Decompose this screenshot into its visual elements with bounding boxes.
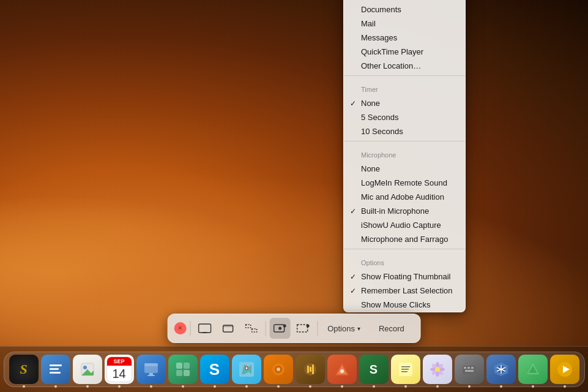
menu-item-mic-adobe[interactable]: Mic and Adobe Audition bbox=[344, 190, 465, 204]
menu-item-farrago[interactable]: Microphone and Farrago bbox=[344, 232, 465, 246]
capture-screen-icon bbox=[198, 323, 211, 333]
omni-icon bbox=[47, 361, 64, 378]
menu-item-timer-none[interactable]: None bbox=[344, 96, 465, 110]
menu-item-quicktime[interactable]: QuickTime Player bbox=[344, 45, 465, 59]
record-selection-icon bbox=[296, 323, 310, 333]
slideshow-label: S bbox=[370, 363, 378, 377]
svg-rect-21 bbox=[147, 375, 155, 376]
svg-rect-57 bbox=[465, 370, 474, 372]
menu-item-messages[interactable]: Messages bbox=[344, 31, 465, 45]
menu-item-5-seconds[interactable]: 5 Seconds bbox=[344, 110, 465, 124]
options-button[interactable]: Options ▾ bbox=[321, 320, 367, 337]
dock-area: S SEP 14 bbox=[0, 346, 588, 392]
svg-rect-41 bbox=[401, 366, 410, 368]
screenshot-toolbar: ✕ bbox=[167, 314, 421, 343]
menu-separator-3 bbox=[344, 249, 465, 249]
dock-icon-flower[interactable] bbox=[423, 355, 452, 384]
dock-icon-slideshow[interactable]: S bbox=[359, 355, 389, 384]
dock-icon-paw[interactable] bbox=[518, 355, 548, 384]
dock-icon-pixelmator[interactable] bbox=[327, 355, 357, 384]
svg-rect-14 bbox=[50, 372, 61, 374]
skype-label: S bbox=[209, 360, 220, 379]
menu-section-options: Options bbox=[352, 255, 456, 268]
toolbar-separator-1 bbox=[190, 321, 190, 336]
record-button[interactable]: Record bbox=[369, 320, 414, 337]
options-dropdown-menu: Save to Desktop Documents Mail Messages … bbox=[343, 0, 466, 312]
pixelmator-icon bbox=[333, 361, 351, 378]
record-screen-icon bbox=[273, 323, 286, 333]
dock-icon-maps[interactable] bbox=[232, 355, 261, 384]
dock-icon-jam[interactable] bbox=[296, 355, 325, 384]
menu-item-show-mouse[interactable]: Show Mouse Clicks bbox=[344, 298, 465, 312]
capture-screen-button[interactable] bbox=[194, 318, 215, 339]
dock-icon-keynote[interactable] bbox=[136, 355, 166, 384]
svg-point-32 bbox=[277, 368, 280, 371]
maps-icon bbox=[238, 361, 255, 378]
menu-item-mic-none[interactable]: None bbox=[344, 162, 465, 176]
menu-item-remember-last[interactable]: Remember Last Selection bbox=[344, 284, 465, 298]
menu-item-ishowu[interactable]: iShowU Audio Capture bbox=[344, 218, 465, 232]
options-chevron-icon: ▾ bbox=[357, 325, 360, 332]
svg-rect-55 bbox=[467, 367, 470, 369]
menu-item-10-seconds[interactable]: 10 Seconds bbox=[344, 124, 465, 138]
svg-rect-10 bbox=[297, 325, 307, 332]
svg-rect-42 bbox=[401, 369, 409, 370]
svg-point-9 bbox=[283, 325, 286, 328]
capture-selection-button[interactable] bbox=[240, 318, 261, 339]
dock-icon-keyboard-maestro[interactable] bbox=[455, 355, 484, 384]
capture-selection-icon bbox=[244, 323, 258, 333]
svg-point-39 bbox=[340, 369, 344, 373]
menu-separator-1 bbox=[344, 75, 465, 76]
dock-icon-dev-tool[interactable] bbox=[486, 355, 516, 384]
dock-icon-notes[interactable] bbox=[391, 355, 420, 384]
svg-rect-43 bbox=[401, 371, 408, 372]
close-icon: ✕ bbox=[177, 325, 182, 331]
menu-section-microphone: Microphone bbox=[352, 148, 456, 160]
dock-icon-omnioutliner[interactable] bbox=[41, 355, 70, 384]
svg-rect-54 bbox=[464, 367, 466, 369]
menu-item-floating-thumbnail[interactable]: Show Floating Thumbnail bbox=[344, 270, 465, 284]
dock-icon-preview[interactable] bbox=[73, 355, 102, 384]
dock-icon-skype[interactable]: S bbox=[200, 355, 229, 384]
svg-rect-34 bbox=[307, 366, 309, 373]
svg-rect-2 bbox=[201, 333, 208, 334]
svg-point-29 bbox=[245, 368, 247, 369]
options-label: Options bbox=[327, 324, 355, 333]
toolbar-separator-2 bbox=[265, 321, 266, 336]
svg-rect-20 bbox=[149, 373, 153, 375]
menu-section-timer: Timer bbox=[352, 82, 456, 95]
svg-rect-6 bbox=[251, 329, 256, 332]
calendar-date: 14 bbox=[112, 366, 125, 382]
close-toolbar-button[interactable]: ✕ bbox=[174, 322, 186, 334]
capture-window-button[interactable] bbox=[217, 318, 238, 339]
jam-icon bbox=[302, 361, 319, 378]
flower-icon bbox=[429, 361, 446, 378]
dock-icon-plex[interactable] bbox=[550, 355, 579, 384]
dev-tool-icon bbox=[493, 361, 510, 378]
menu-item-mail[interactable]: Mail bbox=[344, 17, 465, 31]
svg-rect-5 bbox=[245, 325, 250, 328]
notes-icon bbox=[397, 361, 414, 378]
dock-icon-calendar[interactable]: SEP 14 bbox=[105, 355, 134, 384]
paw-icon bbox=[524, 361, 541, 378]
record-screen-button[interactable] bbox=[269, 318, 290, 339]
dock-icon-blender[interactable] bbox=[264, 355, 293, 384]
numbers-icon bbox=[174, 361, 192, 378]
svg-point-16 bbox=[83, 366, 87, 369]
record-selection-button[interactable] bbox=[292, 318, 313, 339]
blender-icon bbox=[270, 361, 287, 378]
dock-icon-numbers[interactable] bbox=[168, 355, 198, 384]
svg-rect-25 bbox=[184, 370, 190, 376]
svg-rect-4 bbox=[223, 325, 233, 327]
keyboard-maestro-icon bbox=[461, 361, 478, 378]
svg-rect-0 bbox=[198, 324, 210, 333]
svg-rect-19 bbox=[144, 363, 158, 366]
dock: S SEP 14 bbox=[4, 352, 585, 387]
menu-item-documents[interactable]: Documents bbox=[344, 2, 465, 17]
menu-item-built-in-mic[interactable]: Built-in Microphone bbox=[344, 204, 465, 218]
svg-rect-24 bbox=[176, 370, 182, 376]
menu-item-logmein[interactable]: LogMeIn Remote Sound bbox=[344, 176, 465, 190]
menu-item-other-location[interactable]: Other Location… bbox=[344, 59, 465, 73]
dock-icon-scrivener[interactable]: S bbox=[9, 355, 39, 384]
svg-rect-13 bbox=[50, 368, 59, 370]
